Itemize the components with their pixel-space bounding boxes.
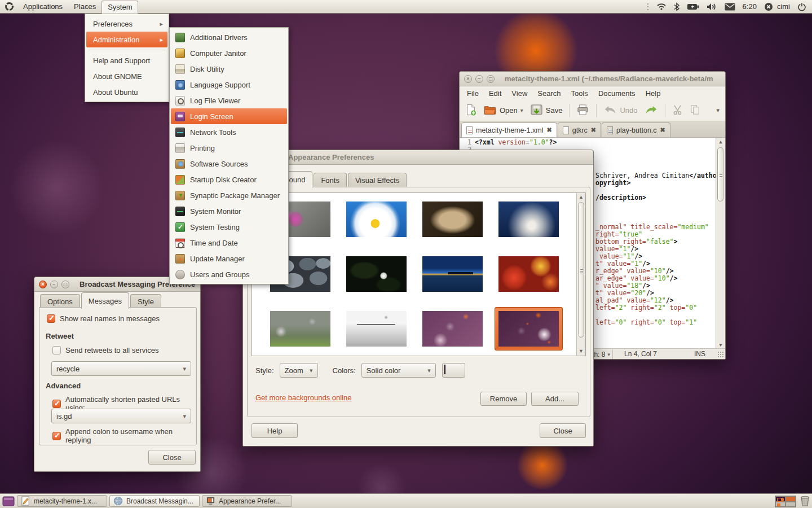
send-retweets-checkbox[interactable]: Send retweets to all services <box>52 346 158 354</box>
taskbar-button-broadcast-messagin[interactable]: Broadcast Messagin... <box>109 495 200 507</box>
new-document-button[interactable] <box>463 102 479 120</box>
wifi-icon[interactable] <box>656 3 667 10</box>
menu-item-administration[interactable]: Administration▸ <box>86 32 167 47</box>
maximize-icon[interactable]: □ <box>61 281 69 288</box>
gedit-vertical-scrollbar[interactable]: ▲ ▼ <box>716 138 725 349</box>
scrollbar-thumb[interactable] <box>578 202 584 338</box>
append-colon-checkbox[interactable]: Append colon to username when replying <box>52 427 200 444</box>
appearance-titlebar[interactable]: × − □ Appearance Preferences <box>243 150 593 165</box>
menu-item-update-manager[interactable]: Update Manager <box>171 251 287 266</box>
menu-item-about-gnome[interactable]: About GNOME <box>86 68 167 84</box>
color-swatch-button[interactable] <box>442 363 465 378</box>
wallpaper-scrollbar[interactable]: ▲ ▼ <box>576 193 585 356</box>
menu-view[interactable]: View <box>506 87 532 99</box>
close-icon[interactable]: × <box>39 281 47 288</box>
appearance-tab-fonts[interactable]: Fonts <box>314 173 347 187</box>
volume-icon[interactable] <box>707 3 717 11</box>
wallpaper-thumb-purple-bokeh[interactable] <box>418 307 487 351</box>
style-combo[interactable]: Zoom▾ <box>280 363 318 378</box>
bluetooth-icon[interactable] <box>674 2 679 11</box>
broadcast-tab-messages[interactable]: Messages <box>81 292 129 309</box>
open-button[interactable]: Open▾ <box>481 102 526 119</box>
toolbar-overflow-icon[interactable]: ▾ <box>714 104 722 116</box>
me-menu-icon[interactable] <box>764 2 773 11</box>
scroll-up-icon[interactable]: ▲ <box>577 193 585 202</box>
close-button[interactable]: Close <box>148 450 196 465</box>
menu-item-about-ubuntu[interactable]: About Ubuntu <box>86 84 167 100</box>
taskbar-button-metacity-theme-1-x[interactable]: metacity-theme-1.x... <box>17 495 107 507</box>
wallpaper-thumb-pier-dusk[interactable] <box>418 252 487 296</box>
checkbox-icon[interactable] <box>47 314 55 323</box>
print-button[interactable] <box>574 102 592 119</box>
menu-item-software-sources[interactable]: Software Sources <box>171 156 287 172</box>
show-real-names-checkbox[interactable]: Show real names in messages <box>47 314 160 323</box>
menu-help[interactable]: Help <box>641 87 666 99</box>
menu-item-language-support[interactable]: Language Support <box>171 77 287 93</box>
trash-icon[interactable] <box>800 495 810 508</box>
url-service-combo[interactable]: is.gd ▾ <box>51 409 191 423</box>
redo-button[interactable] <box>642 103 660 119</box>
panel-grip[interactable] <box>647 3 649 11</box>
menu-file[interactable]: File <box>462 87 484 99</box>
menu-item-network-tools[interactable]: Network Tools <box>171 124 287 140</box>
undo-button[interactable]: Undo <box>601 103 639 119</box>
menu-item-log-file-viewer[interactable]: Log File Viewer <box>171 93 287 108</box>
copy-button[interactable] <box>687 103 703 119</box>
places-menu[interactable]: Places <box>68 0 102 14</box>
checkbox-icon[interactable] <box>52 346 61 354</box>
workspace-2[interactable] <box>785 496 796 502</box>
scroll-up-icon[interactable]: ▲ <box>716 138 725 146</box>
menu-item-synaptic-package-manager[interactable]: Synaptic Package Manager <box>171 187 287 203</box>
wallpaper-thumb-night-flower[interactable] <box>342 252 411 296</box>
colors-combo[interactable]: Solid color▾ <box>361 363 436 378</box>
menu-item-system-testing[interactable]: System Testing <box>171 219 287 235</box>
menu-item-additional-drivers[interactable]: Additional Drivers <box>171 29 287 45</box>
battery-icon[interactable] <box>687 3 699 10</box>
menu-documents[interactable]: Documents <box>593 87 641 99</box>
cut-button[interactable] <box>670 103 685 119</box>
close-icon[interactable]: × <box>464 75 472 83</box>
menu-item-computer-janitor[interactable]: Computer Janitor <box>171 45 287 61</box>
menu-edit[interactable]: Edit <box>484 87 506 99</box>
wallpaper-thumb-grass-bokeh[interactable] <box>266 307 334 351</box>
wallpaper-thumb-dandelion[interactable] <box>495 198 563 241</box>
menu-item-users-and-groups[interactable]: Users and Groups <box>171 266 287 282</box>
wallpaper-thumb-water-glass[interactable] <box>342 307 411 351</box>
document-tab-play-button-c[interactable]: play-button.c✖ <box>602 122 670 137</box>
remove-button[interactable]: Remove <box>480 392 527 406</box>
menu-item-time-and-date[interactable]: Time and Date <box>171 235 287 251</box>
show-desktop-button[interactable] <box>2 496 15 506</box>
document-tab-gtkrc[interactable]: gtkrc✖ <box>558 122 601 137</box>
menu-item-help-and-support[interactable]: Help and Support <box>86 52 167 68</box>
workspace-1[interactable] <box>775 496 785 502</box>
minimize-icon[interactable]: − <box>475 75 483 83</box>
gedit-titlebar[interactable]: × − □ metacity-theme-1.xml (~/.themes/Ra… <box>460 72 725 86</box>
workspace-4[interactable] <box>785 502 796 507</box>
minimize-icon[interactable]: − <box>50 281 58 288</box>
close-button[interactable]: Close <box>540 423 586 438</box>
help-button[interactable]: Help <box>251 423 298 438</box>
mail-icon[interactable] <box>725 3 735 11</box>
get-more-backgrounds-link[interactable]: Get more backgrounds online <box>255 393 352 402</box>
username[interactable]: cimi <box>777 2 790 11</box>
tab-close-icon[interactable]: ✖ <box>546 126 551 134</box>
resize-grip[interactable] <box>718 352 725 358</box>
checkbox-icon[interactable] <box>52 432 61 440</box>
tab-close-icon[interactable]: ✖ <box>660 126 665 134</box>
scroll-down-icon[interactable]: ▼ <box>577 347 585 356</box>
wallpaper-thumb-maverick-default[interactable] <box>495 307 563 351</box>
wallpaper-thumb-sepia-leaf[interactable] <box>418 198 487 241</box>
scrollbar-thumb[interactable] <box>717 147 723 202</box>
menu-item-startup-disk-creator[interactable]: Startup Disk Creator <box>171 172 287 187</box>
workspace-switcher[interactable] <box>775 496 796 507</box>
taskbar-button-appearance-prefer[interactable]: Appearance Prefer... <box>202 495 292 507</box>
menu-item-preferences[interactable]: Preferences▸ <box>86 16 167 32</box>
workspace-3[interactable] <box>775 502 785 507</box>
clock[interactable]: 6:20 <box>743 2 757 11</box>
appearance-tab-visual-effects[interactable]: Visual Effects <box>348 173 407 187</box>
power-icon[interactable] <box>797 2 806 11</box>
tab-close-icon[interactable]: ✖ <box>591 126 596 134</box>
menu-item-login-screen[interactable]: Login Screen <box>171 108 287 124</box>
system-menu-button[interactable]: System <box>102 1 138 14</box>
menu-search[interactable]: Search <box>532 87 566 99</box>
